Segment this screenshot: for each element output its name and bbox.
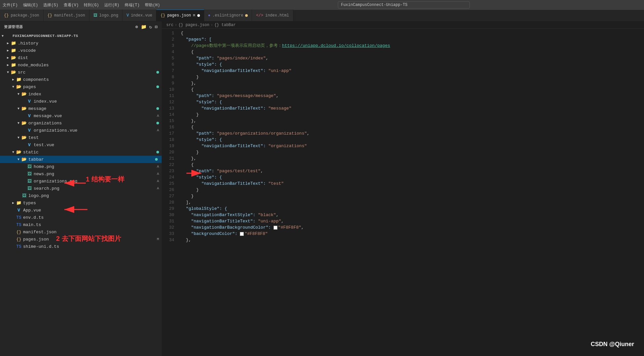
menu-file[interactable]: 文件(F) bbox=[3, 2, 18, 8]
tab-eslintignore[interactable]: ● .eslintignore bbox=[204, 10, 252, 21]
tab-index-html[interactable]: </> index.html bbox=[252, 10, 293, 21]
code-line-19: "navigationBarTitleText": "organizations… bbox=[181, 143, 644, 149]
tree-item-news-png[interactable]: ▶ 🖼 news.png A bbox=[0, 170, 162, 178]
tree-item-dist[interactable]: ▶ 📂 dist bbox=[0, 54, 162, 61]
tab-pages-json[interactable]: {} pages.json M bbox=[156, 10, 204, 21]
ts-icon: TS bbox=[16, 215, 22, 220]
json-icon: {} bbox=[160, 13, 165, 18]
tree-item-message-vue[interactable]: ▶ V message.vue A bbox=[0, 112, 162, 119]
tree-item-manifest-json[interactable]: ▶ {} manifest.json bbox=[0, 228, 162, 236]
modified-badge: A bbox=[157, 114, 159, 118]
menu-select[interactable]: 选择(S) bbox=[43, 2, 58, 8]
item-label: .vscode bbox=[18, 48, 159, 53]
tree-item-index-vue[interactable]: ▶ V index.vue bbox=[0, 98, 162, 105]
tree-root[interactable]: ▼ FUXINCAMPUSCONNECT-UNIAPP-TS bbox=[0, 32, 162, 40]
tree-item-test-folder[interactable]: ▼ 📂 test bbox=[0, 134, 162, 141]
tree-item-vscode[interactable]: ▶ 📁 .vscode bbox=[0, 47, 162, 54]
tree-item-organizations-png[interactable]: ▶ 🖼 organizations.png A bbox=[0, 178, 162, 185]
breadcrumb: src › {} pages.json › {} tabBar bbox=[162, 21, 644, 29]
tree-item-pages-json[interactable]: ▶ {} pages.json M bbox=[0, 236, 162, 243]
arrow-src: ▼ bbox=[5, 71, 11, 74]
code-line-22: { bbox=[181, 162, 644, 168]
sidebar: 资源管理器 ⊕ 📁 ↻ ⊟ ▼ FUXINCAMPUSCONNECT-UNIAP… bbox=[0, 21, 162, 356]
item-label: dist bbox=[18, 55, 159, 60]
item-label: tabbar bbox=[28, 157, 155, 162]
tree-item-test-vue[interactable]: ▶ V test.vue bbox=[0, 141, 162, 148]
tab-label: pages.json bbox=[167, 13, 191, 18]
root-arrow: ▼ bbox=[0, 34, 5, 38]
menu-help[interactable]: 帮助(H) bbox=[145, 2, 160, 8]
tree-item-main-ts[interactable]: ▶ TS main.ts bbox=[0, 221, 162, 228]
tree-item-pages[interactable]: ▼ 📂 pages bbox=[0, 83, 162, 90]
code-line-30: "navigationBarTextStyle": "black", bbox=[181, 212, 644, 218]
item-label: node_modules bbox=[18, 63, 159, 68]
tab-manifest-json[interactable]: {} manifest.json bbox=[44, 10, 89, 21]
static-badge bbox=[156, 151, 159, 153]
tree-item-static[interactable]: ▼ 📂 static bbox=[0, 148, 162, 156]
new-file-icon[interactable]: ⊕ bbox=[135, 24, 138, 30]
item-label: home.png bbox=[34, 164, 155, 169]
menu-terminal[interactable]: 终端(T) bbox=[125, 2, 140, 8]
tab-index-vue[interactable]: V index.vue bbox=[122, 10, 156, 21]
item-label: pages.json bbox=[23, 237, 155, 242]
breadcrumb-sep: › bbox=[210, 23, 213, 27]
menu-goto[interactable]: 转到(G) bbox=[84, 2, 99, 8]
tree-item-tabbar[interactable]: ▼ 📂 tabbar bbox=[0, 156, 162, 163]
tab-logo-png[interactable]: 🖼 logo.png bbox=[89, 10, 123, 21]
tab-package-json[interactable]: {} package.json bbox=[0, 10, 44, 21]
vue-icon: V bbox=[26, 113, 32, 118]
ts-icon: TS bbox=[16, 244, 22, 249]
item-label: static bbox=[23, 150, 155, 155]
tree-item-search-png[interactable]: ▶ 🖼 search.png A bbox=[0, 185, 162, 192]
arrow-test: ▼ bbox=[16, 136, 21, 140]
menu-edit[interactable]: 编辑(E) bbox=[23, 2, 38, 8]
breadcrumb-part: {} pages.json bbox=[178, 23, 209, 27]
folder-icon: 📁 bbox=[16, 200, 22, 206]
tree-item-index-folder[interactable]: ▼ 📂 index bbox=[0, 90, 162, 98]
code-body: { "pages": [ //pages数组中第一项表示应用启动页，参考：htt… bbox=[178, 29, 644, 356]
refresh-icon[interactable]: ↻ bbox=[149, 24, 152, 30]
tree-item-organizations-vue[interactable]: ▶ V organizations.vue A bbox=[0, 127, 162, 134]
tree-item-history[interactable]: ▶ 📁 .history bbox=[0, 40, 162, 47]
png-icon: 🖼 bbox=[26, 186, 32, 191]
code-line-15: }, bbox=[181, 118, 644, 124]
item-label: shime-uni.d.ts bbox=[23, 244, 159, 249]
menu-run[interactable]: 运行(R) bbox=[104, 2, 119, 8]
tree-item-types[interactable]: ▶ 📁 types bbox=[0, 199, 162, 207]
folder-open-icon: 📂 bbox=[21, 157, 27, 162]
arrow-vscode: ▶ bbox=[5, 49, 11, 52]
tree-item-logo-png[interactable]: ▶ 🖼 logo.png bbox=[0, 192, 162, 199]
folder-open-icon: 📂 bbox=[16, 84, 22, 89]
arrow-node-modules: ▶ bbox=[5, 63, 11, 67]
tree-item-message-folder[interactable]: ▼ 📂 message bbox=[0, 105, 162, 112]
main-content: 资源管理器 ⊕ 📁 ↻ ⊟ ▼ FUXINCAMPUSCONNECT-UNIAP… bbox=[0, 21, 644, 356]
tree-item-components[interactable]: ▶ 📁 components bbox=[0, 76, 162, 83]
modified-badge: M bbox=[157, 237, 159, 241]
code-line-1: { bbox=[181, 30, 644, 36]
tree-item-env-d-ts[interactable]: ▶ TS env.d.ts bbox=[0, 214, 162, 221]
tab-label: package.json bbox=[11, 13, 39, 18]
tree-item-src[interactable]: ▼ 📂 src bbox=[0, 69, 162, 76]
arrow-types: ▶ bbox=[11, 201, 16, 205]
new-folder-icon[interactable]: 📁 bbox=[141, 24, 147, 30]
titlebar-search[interactable]: FuxinCampusConnect-Uniapp-TS bbox=[338, 1, 470, 9]
collapse-icon[interactable]: ⊟ bbox=[155, 24, 158, 30]
editor-content[interactable]: 12345 678910 1112131415 1617181920 21222… bbox=[162, 29, 644, 356]
root-label: FUXINCAMPUSCONNECT-UNIAPP-TS bbox=[13, 34, 159, 38]
tree-item-organizations-folder[interactable]: ▼ 📂 organizations bbox=[0, 119, 162, 127]
tree-item-app-vue[interactable]: ▶ V App.vue bbox=[0, 207, 162, 214]
vue-icon: V bbox=[26, 143, 32, 147]
png-icon: 🖼 bbox=[26, 172, 32, 177]
tree-item-home-png[interactable]: ▶ 🖼 home.png A bbox=[0, 163, 162, 170]
item-label: main.ts bbox=[23, 222, 159, 227]
folder-icon: 📁 bbox=[11, 62, 16, 68]
titlebar-menu[interactable]: 文件(F) 编辑(E) 选择(S) 查看(V) 转到(G) 运行(R) 终端(T… bbox=[3, 2, 160, 8]
tree-item-node-modules[interactable]: ▶ 📁 node_modules bbox=[0, 61, 162, 69]
code-line-9: }, bbox=[181, 80, 644, 86]
menu-view[interactable]: 查看(V) bbox=[64, 2, 79, 8]
tree-item-shime[interactable]: ▶ TS shime-uni.d.ts bbox=[0, 243, 162, 250]
modified-badge: A bbox=[157, 179, 159, 183]
tab-label: logo.png bbox=[99, 13, 118, 18]
tab-bar: {} package.json {} manifest.json 🖼 logo.… bbox=[0, 10, 644, 21]
folder-open-icon: 📂 bbox=[21, 135, 27, 140]
